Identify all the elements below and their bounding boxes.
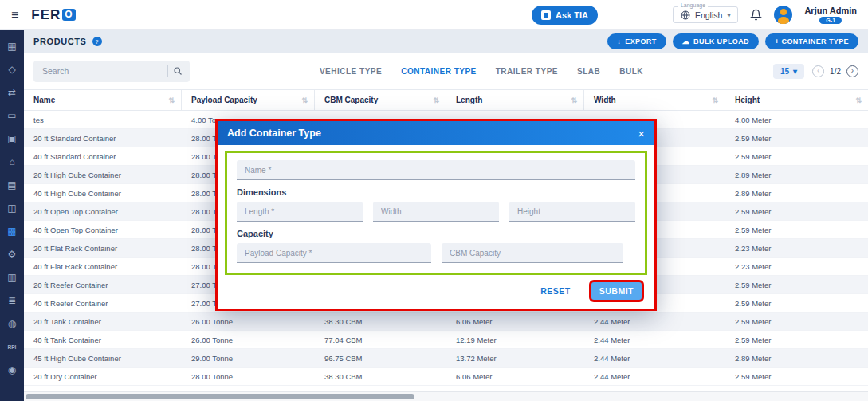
column-header-length[interactable]: Length ⇅ (446, 90, 584, 110)
sidebar-item-settings[interactable]: ⚙ (3, 246, 21, 262)
submit-button[interactable]: SUBMIT (591, 282, 642, 300)
tab-vehicle-type[interactable]: VEHICLE TYPE (320, 67, 382, 76)
tab-trailer-type[interactable]: TRAILER TYPE (496, 67, 558, 76)
table-cell: 38.30 CBM (315, 372, 446, 381)
table-cell: 6.06 Meter (446, 372, 584, 381)
table-cell: 2.89 Meter (725, 354, 868, 363)
language-caption: Language (678, 2, 708, 8)
add-container-type-label: + CONTAINER TYPE (775, 37, 849, 45)
table-cell: 20 ft Open Top Container (24, 207, 182, 216)
capacity-section-label: Capacity (237, 229, 635, 238)
table-cell: 77.04 CBM (315, 336, 446, 344)
table-cell: 2.89 Meter (725, 189, 868, 198)
logo-o-mark: O (62, 9, 75, 21)
sidebar-item-warehouse[interactable]: ⌂ (3, 154, 21, 170)
name-field[interactable] (237, 160, 635, 180)
table-cell: 2.59 Meter (725, 336, 868, 344)
table-row[interactable]: 20 ft Tank Container 26.00 Tonne 38.30 C… (24, 313, 868, 331)
payload-capacity-field[interactable] (237, 243, 431, 263)
table-cell: 2.44 Meter (584, 317, 725, 326)
user-avatar[interactable] (774, 6, 792, 24)
logo-text: FER (31, 7, 61, 23)
column-header-cbm-capacity[interactable]: CBM Capacity ⇅ (315, 90, 446, 110)
table-cell: 2.59 Meter (725, 299, 868, 308)
next-page-button[interactable]: › (846, 65, 858, 77)
list-controls: 15 ▾ ‹ 1/2 › (773, 64, 858, 79)
horizontal-scrollbar (24, 391, 868, 401)
tab-container-type[interactable]: CONTAINER TYPE (401, 67, 477, 76)
fero-logo: FER O (31, 7, 75, 23)
sort-icon[interactable]: ⇅ (301, 96, 308, 104)
bulk-upload-button[interactable]: ☁ BULK UPLOAD (673, 33, 759, 49)
column-header-name[interactable]: Name ⇅ (24, 90, 182, 110)
sort-icon[interactable]: ⇅ (168, 96, 175, 104)
height-field[interactable] (509, 202, 635, 222)
modal-header: Add Container Type × (218, 121, 654, 145)
page: ≡ FER O Ask TIA Language English ▾ Arjun… (0, 0, 868, 401)
page-size-dropdown[interactable]: 15 ▾ (773, 64, 804, 79)
sidebar-item-documents[interactable]: ▥ (3, 269, 21, 285)
sidebar-item-dashboard[interactable]: ▦ (3, 38, 21, 54)
table-cell: 2.59 Meter (725, 372, 868, 381)
help-icon[interactable]: ? (92, 37, 102, 46)
sort-icon[interactable]: ⇅ (433, 96, 439, 104)
table-cell: 20 ft Flat Rack Container (24, 244, 182, 253)
sidebar-item-display[interactable]: ▭ (3, 108, 21, 124)
cbm-capacity-field[interactable] (442, 243, 623, 263)
table-cell: 12.19 Meter (446, 336, 584, 344)
table-cell: 40 ft Flat Rack Container (24, 262, 182, 271)
sort-icon[interactable]: ⇅ (712, 96, 718, 104)
table-row[interactable]: 40 ft Tank Container 26.00 Tonne 77.04 C… (24, 331, 868, 349)
reset-button[interactable]: RESET (536, 285, 575, 297)
sidebar-nav: ▦◇⇄▭▣⌂▤◫▩⚙▥≣◍RPI◉ (0, 30, 24, 401)
products-icon: ▩ (7, 226, 16, 237)
column-header-payload-capacity[interactable]: Payload Capacity ⇅ (182, 90, 315, 110)
search-icon[interactable] (173, 66, 183, 76)
width-field[interactable] (373, 202, 499, 222)
column-header-width[interactable]: Width ⇅ (584, 90, 725, 110)
sort-icon[interactable]: ⇅ (855, 96, 862, 104)
previous-page-button[interactable]: ‹ (812, 65, 824, 77)
table-cell: tes (24, 116, 182, 124)
table-cell: 26.00 Tonne (182, 317, 315, 326)
add-container-type-button[interactable]: + CONTAINER TYPE (765, 33, 858, 49)
language-selector[interactable]: Language English ▾ (673, 6, 738, 23)
length-field[interactable] (237, 202, 363, 222)
sidebar-item-reports[interactable]: ≣ (3, 293, 21, 309)
search-input[interactable] (41, 65, 163, 77)
table-row[interactable]: 45 ft High Cube Container 29.00 Tonne 96… (24, 349, 868, 368)
close-icon[interactable]: × (638, 128, 645, 140)
search-box (33, 61, 190, 82)
table-cell: 2.59 Meter (725, 207, 868, 216)
sidebar-item-transfers[interactable]: ⇄ (3, 85, 21, 100)
table-cell: 2.44 Meter (584, 372, 725, 381)
notification-bell-icon[interactable] (750, 9, 762, 21)
sidebar-item-network[interactable]: ◇ (3, 61, 21, 77)
user-name: Arjun Admin (804, 6, 857, 15)
sort-icon[interactable]: ⇅ (571, 96, 577, 104)
sidebar-item-rpi[interactable]: RPI (3, 339, 21, 355)
hamburger-menu-icon[interactable]: ≡ (11, 8, 18, 22)
fleet-icon: ▣ (7, 133, 16, 144)
export-button[interactable]: ↓ EXPORT (607, 33, 666, 49)
sidebar-item-globe[interactable]: ◍ (3, 316, 21, 332)
table-cell: 40 ft Open Top Container (24, 226, 182, 234)
products-header-bar: PRODUCTS ? ↓ EXPORT ☁ BULK UPLOAD + CONT… (24, 30, 868, 53)
table-cell: 26.00 Tonne (182, 336, 315, 344)
sidebar-item-fleet[interactable]: ▣ (3, 131, 21, 147)
page-size-value: 15 (780, 67, 789, 76)
sidebar-item-products[interactable]: ▩ (3, 223, 21, 239)
sidebar-item-fuel[interactable]: ◉ (3, 362, 21, 378)
horizontal-scrollbar-thumb[interactable] (26, 394, 414, 399)
table-row[interactable]: 20 ft Dry Container 28.00 Tonne 38.30 CB… (24, 368, 868, 386)
transfers-icon: ⇄ (8, 87, 16, 98)
table-cell: 45 ft High Cube Container (24, 354, 182, 363)
ask-tia-button[interactable]: Ask TIA (532, 6, 598, 25)
table-cell: 13.72 Meter (446, 354, 584, 363)
sidebar-item-orders[interactable]: ▤ (3, 177, 21, 193)
sidebar-item-customers[interactable]: ◫ (3, 200, 21, 216)
tab-slab[interactable]: SLAB (577, 67, 600, 76)
column-header-height[interactable]: Height ⇅ (725, 90, 868, 110)
table-cell: 20 ft Dry Container (24, 372, 182, 381)
tab-bulk[interactable]: BULK (619, 67, 643, 76)
